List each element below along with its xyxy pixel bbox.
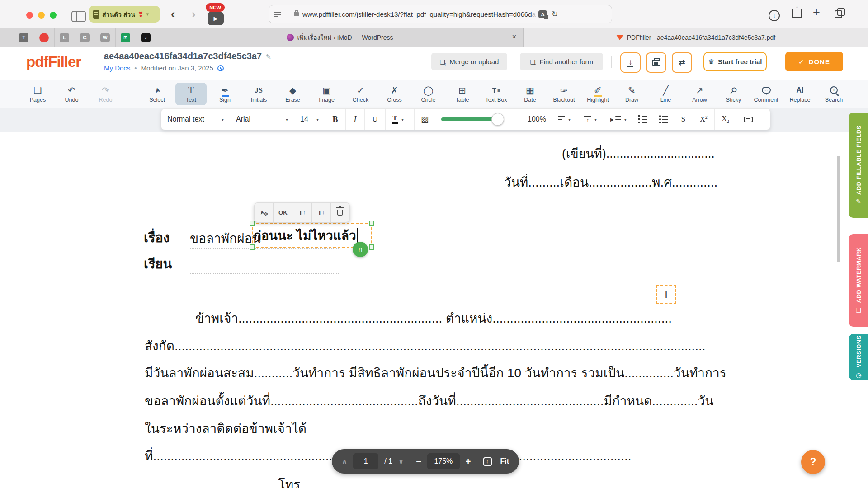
tool-undo[interactable]: ↶Undo bbox=[56, 83, 87, 105]
translate-icon[interactable]: A bbox=[538, 10, 547, 18]
next-page-button[interactable]: ∨ bbox=[398, 457, 404, 465]
sidebar-toggle-icon[interactable] bbox=[71, 11, 86, 22]
tool-draw[interactable]: ✎Draw bbox=[616, 83, 647, 105]
resize-handle-tr[interactable] bbox=[369, 221, 374, 226]
tool-erase[interactable]: ◆Erase bbox=[277, 83, 308, 105]
delete-field-button[interactable] bbox=[331, 203, 349, 222]
new-tab-button[interactable]: + bbox=[813, 5, 820, 19]
tab-group-pill[interactable]: ส่วนตัว ส่วน ❣ ▾ bbox=[89, 6, 160, 23]
print-document-button[interactable] bbox=[646, 52, 666, 73]
decrease-font-button[interactable]: T↓ bbox=[312, 203, 331, 222]
typed-text[interactable]: ก่อนนะ ไม่ไหวแล้ว bbox=[254, 225, 356, 245]
tool-blackout[interactable]: ✑Blackout bbox=[548, 83, 580, 105]
video-extension-icon[interactable]: ▶ bbox=[208, 12, 224, 25]
tool-date[interactable]: ▦Date bbox=[514, 83, 546, 105]
ok-button[interactable]: OK bbox=[274, 203, 292, 222]
address-bar[interactable]: www.pdffiller.com/jsfiller-desk13/?flat_… bbox=[269, 5, 612, 23]
tab-wordpress[interactable]: เพิ่มเรื่องใหม่ ‹ iMoD — WordPress ✕ bbox=[156, 28, 524, 47]
zoom-level-value[interactable]: 175% bbox=[427, 453, 460, 469]
tab-pdffiller[interactable]: PDFfiller - ae4aa40eac416fa34d1a7c3df4e5… bbox=[524, 28, 868, 47]
superscript-button[interactable]: X2 bbox=[693, 109, 715, 130]
versions-tab[interactable]: VERSIONS ◷ bbox=[849, 334, 868, 380]
pinned-tab-5[interactable]: W bbox=[95, 28, 116, 47]
tool-comment[interactable]: ⋯ Comment bbox=[750, 83, 782, 105]
bold-button[interactable]: B bbox=[325, 109, 346, 130]
tool-image[interactable]: ▣Image bbox=[311, 83, 342, 105]
tab-overview-button[interactable] bbox=[835, 10, 842, 18]
fax-document-button[interactable]: ⇄ bbox=[672, 52, 692, 73]
traffic-close-button[interactable] bbox=[26, 12, 33, 19]
add-fillable-fields-tab[interactable]: ADD FILLABLE FIELDS ✎ bbox=[849, 113, 868, 218]
share-button[interactable]: ↑ bbox=[792, 9, 802, 18]
paragraph-style-dropdown[interactable]: Normal text▾ bbox=[161, 109, 230, 130]
pdffiller-logo[interactable]: pdfFiller bbox=[26, 53, 81, 70]
tool-arrow[interactable]: ↗Arrow bbox=[684, 83, 715, 105]
thai-keyboard-badge[interactable]: ก bbox=[353, 242, 368, 257]
italic-button[interactable]: I bbox=[346, 109, 365, 130]
tool-select[interactable]: ➤Select bbox=[142, 83, 173, 105]
tool-initials[interactable]: JSInitials bbox=[243, 83, 274, 105]
bullet-list-button[interactable] bbox=[653, 109, 674, 130]
merge-or-upload-button[interactable]: ❏↑ Merge or upload bbox=[431, 53, 507, 70]
tool-cross[interactable]: ✗Cross bbox=[379, 83, 410, 105]
opacity-slider[interactable] bbox=[435, 109, 522, 130]
move-field-button[interactable]: ➤✜ bbox=[255, 203, 274, 222]
tool-sticky[interactable]: ⚲Sticky bbox=[718, 83, 749, 105]
strikethrough-button[interactable]: S bbox=[674, 109, 693, 130]
pinned-tab-3[interactable]: L bbox=[54, 28, 75, 47]
tool-replace[interactable]: AI Replace bbox=[784, 83, 816, 105]
close-tab-icon[interactable]: ✕ bbox=[512, 33, 517, 40]
tool-highlight[interactable]: ✐Highlight bbox=[582, 83, 613, 105]
pinned-tab-1[interactable]: T bbox=[14, 28, 34, 47]
vertical-align-dropdown[interactable]: ↑ ▾ bbox=[578, 109, 604, 130]
indent-dropdown[interactable]: ▶ ▾ bbox=[604, 109, 632, 130]
fit-label[interactable]: Fit bbox=[500, 457, 509, 465]
help-button[interactable]: ? bbox=[801, 450, 825, 474]
find-another-form-button[interactable]: ❏∘ Find another form bbox=[520, 53, 603, 70]
subscript-button[interactable]: X2 bbox=[715, 109, 736, 130]
tool-check[interactable]: ✓Check bbox=[345, 83, 376, 105]
zoom-in-button[interactable]: + bbox=[466, 456, 471, 467]
resize-handle-br[interactable] bbox=[369, 244, 374, 250]
tool-circle[interactable]: ◯Circle bbox=[413, 83, 444, 105]
tool-search[interactable]: T Search bbox=[818, 83, 849, 105]
tool-table[interactable]: ⊞Table bbox=[447, 83, 478, 105]
fill-opacity-button[interactable]: ▨ bbox=[415, 109, 435, 130]
slider-knob[interactable] bbox=[491, 113, 504, 126]
tool-pages[interactable]: ❏Pages bbox=[22, 83, 53, 105]
traffic-zoom-button[interactable] bbox=[50, 12, 57, 19]
fit-page-icon[interactable]: ↕ bbox=[483, 457, 492, 466]
link-button[interactable] bbox=[736, 109, 760, 130]
tool-sign[interactable]: ✒Sign bbox=[209, 83, 241, 105]
font-family-dropdown[interactable]: Arial▾ bbox=[230, 109, 294, 130]
slider-track[interactable] bbox=[441, 117, 495, 121]
edit-title-icon[interactable]: ✎ bbox=[265, 53, 271, 61]
download-document-button[interactable]: ↓ bbox=[620, 52, 641, 73]
my-docs-link[interactable]: My Docs bbox=[104, 64, 130, 72]
document-page[interactable]: (เขียนที่)..............................… bbox=[0, 132, 841, 488]
done-button[interactable]: ✓ DONE bbox=[785, 52, 843, 71]
tool-line[interactable]: ╱Line bbox=[650, 83, 681, 105]
forward-button[interactable]: › bbox=[192, 7, 196, 21]
pinned-tab-7[interactable]: ♪ bbox=[136, 28, 156, 47]
underline-button[interactable]: U bbox=[365, 109, 386, 130]
selected-text-field[interactable]: ก่อนนะ ไม่ไหวแล้ว bbox=[252, 223, 372, 248]
pinned-tab-2[interactable] bbox=[34, 28, 55, 47]
zoom-out-button[interactable]: − bbox=[416, 456, 421, 467]
text-color-dropdown[interactable]: T ▾ bbox=[386, 109, 415, 130]
vertical-scrollbar[interactable] bbox=[837, 156, 840, 262]
increase-font-button[interactable]: T↑ bbox=[292, 203, 311, 222]
align-dropdown[interactable]: ▾ bbox=[552, 109, 578, 130]
tool-redo[interactable]: ↷Redo bbox=[90, 83, 121, 105]
reload-button[interactable]: ↻ bbox=[552, 9, 558, 19]
back-button[interactable]: ‹ bbox=[171, 7, 175, 21]
traffic-minimize-button[interactable] bbox=[38, 12, 45, 19]
previous-page-button[interactable]: ∧ bbox=[342, 457, 347, 465]
pinned-tab-4[interactable]: G bbox=[75, 28, 95, 47]
text-insert-placeholder[interactable]: T bbox=[656, 285, 676, 304]
reader-icon[interactable] bbox=[274, 12, 281, 17]
font-size-dropdown[interactable]: 14▾ bbox=[294, 109, 325, 130]
resize-handle-bl[interactable] bbox=[250, 244, 255, 250]
page-number-input[interactable]: 1 bbox=[353, 453, 378, 469]
start-free-trial-button[interactable]: ♛ Start free trial bbox=[703, 52, 767, 71]
